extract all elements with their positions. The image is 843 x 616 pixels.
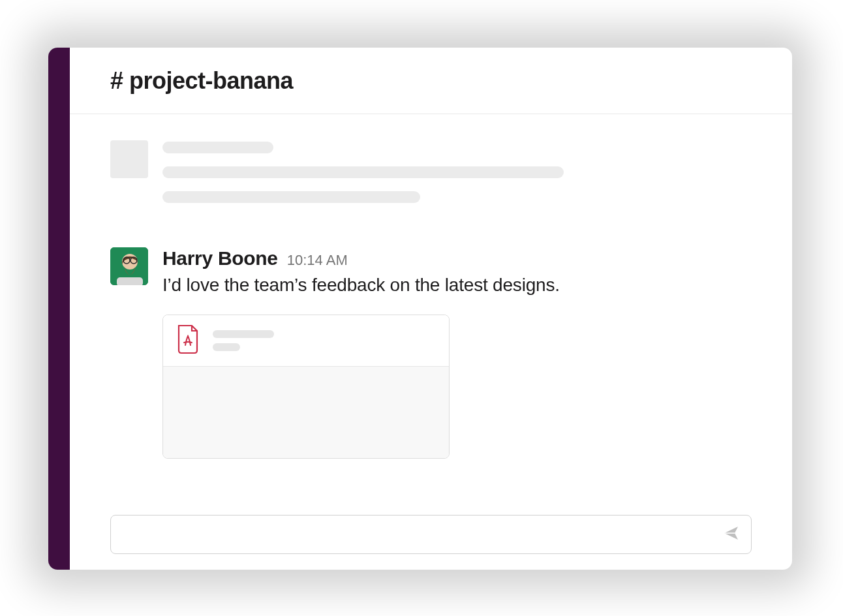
placeholder-line — [162, 142, 273, 153]
avatar[interactable] — [110, 247, 148, 285]
message-placeholder — [110, 140, 752, 216]
placeholder-line — [162, 191, 420, 203]
channel-header: # project-banana — [70, 48, 792, 114]
message-body: Harry Boone 10:14 AM I’d love the team’s… — [162, 247, 752, 459]
sidebar-strip — [48, 48, 70, 570]
avatar-placeholder — [110, 140, 148, 178]
attachment-header — [163, 315, 449, 367]
message-timestamp[interactable]: 10:14 AM — [287, 252, 348, 269]
attachment-name-placeholder — [213, 330, 274, 338]
main-panel: # project-banana — [70, 48, 792, 570]
text-placeholder — [162, 140, 752, 216]
message-composer[interactable] — [110, 515, 752, 554]
channel-name[interactable]: # project-banana — [110, 67, 293, 95]
message-list: Harry Boone 10:14 AM I’d love the team’s… — [70, 114, 792, 570]
app-window: # project-banana — [48, 48, 792, 570]
attachment-preview — [163, 367, 449, 458]
message-sender[interactable]: Harry Boone — [162, 247, 278, 270]
message: Harry Boone 10:14 AM I’d love the team’s… — [110, 247, 752, 459]
svg-rect-2 — [117, 277, 143, 285]
placeholder-line — [162, 166, 564, 178]
message-text: I’d love the team’s feedback on the late… — [162, 272, 752, 298]
attachment-meta — [213, 330, 437, 351]
channel-hash: # — [110, 67, 123, 94]
channel-name-text: project-banana — [129, 67, 293, 94]
message-header: Harry Boone 10:14 AM — [162, 247, 752, 270]
attachment-size-placeholder — [213, 343, 240, 351]
send-icon — [722, 524, 741, 545]
file-attachment[interactable] — [162, 315, 450, 459]
composer-input[interactable] — [111, 528, 718, 542]
send-button[interactable] — [718, 521, 744, 547]
pdf-icon — [175, 324, 201, 357]
